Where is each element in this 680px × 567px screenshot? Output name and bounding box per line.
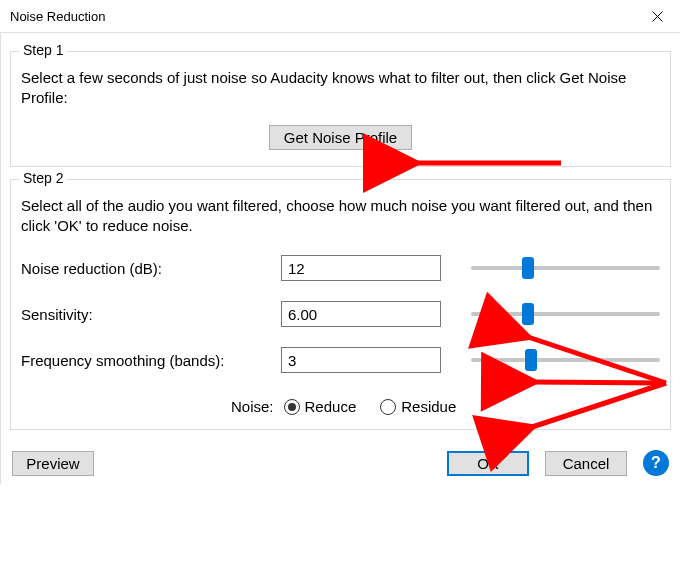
radio-dot-icon bbox=[288, 403, 296, 411]
slider-thumb[interactable] bbox=[522, 257, 534, 279]
get-noise-profile-button[interactable]: Get Noise Profile bbox=[269, 125, 412, 150]
slider-track bbox=[471, 266, 660, 270]
sensitivity-row: Sensitivity: bbox=[21, 300, 660, 328]
sensitivity-label: Sensitivity: bbox=[21, 306, 281, 323]
radio-icon bbox=[380, 399, 396, 415]
step1-legend: Step 1 bbox=[19, 42, 67, 58]
noise-reduction-label: Noise reduction (dB): bbox=[21, 260, 281, 277]
cancel-button[interactable]: Cancel bbox=[545, 451, 627, 476]
step1-group: Step 1 Select a few seconds of just nois… bbox=[10, 51, 671, 167]
freq-smoothing-row: Frequency smoothing (bands): bbox=[21, 346, 660, 374]
radio-residue[interactable]: Residue bbox=[380, 398, 456, 415]
titlebar: Noise Reduction bbox=[0, 0, 680, 32]
step2-instruction: Select all of the audio you want filtere… bbox=[21, 196, 660, 237]
step2-group: Step 2 Select all of the audio you want … bbox=[10, 179, 671, 431]
help-icon: ? bbox=[651, 454, 661, 472]
step2-legend: Step 2 bbox=[19, 170, 67, 186]
noise-mode-row: Noise: Reduce Residue bbox=[21, 398, 660, 415]
slider-thumb[interactable] bbox=[525, 349, 537, 371]
close-button[interactable] bbox=[634, 0, 680, 32]
dialog-footer: Preview OK Cancel ? bbox=[10, 450, 671, 476]
dialog-content: Step 1 Select a few seconds of just nois… bbox=[0, 32, 680, 484]
noise-reduction-row: Noise reduction (dB): bbox=[21, 254, 660, 282]
sensitivity-slider[interactable] bbox=[471, 304, 660, 324]
preview-button[interactable]: Preview bbox=[12, 451, 94, 476]
window-title: Noise Reduction bbox=[10, 9, 105, 24]
freq-smoothing-slider[interactable] bbox=[471, 350, 660, 370]
noise-reduction-slider[interactable] bbox=[471, 258, 660, 278]
radio-reduce[interactable]: Reduce bbox=[284, 398, 357, 415]
close-icon bbox=[652, 11, 663, 22]
step1-instruction: Select a few seconds of just noise so Au… bbox=[21, 68, 660, 109]
freq-smoothing-label: Frequency smoothing (bands): bbox=[21, 352, 281, 369]
help-button[interactable]: ? bbox=[643, 450, 669, 476]
freq-smoothing-input[interactable] bbox=[281, 347, 441, 373]
radio-reduce-label: Reduce bbox=[305, 398, 357, 415]
slider-track bbox=[471, 312, 660, 316]
slider-thumb[interactable] bbox=[522, 303, 534, 325]
sensitivity-input[interactable] bbox=[281, 301, 441, 327]
noise-reduction-input[interactable] bbox=[281, 255, 441, 281]
radio-residue-label: Residue bbox=[401, 398, 456, 415]
noise-mode-label: Noise: bbox=[231, 398, 274, 415]
ok-button[interactable]: OK bbox=[447, 451, 529, 476]
slider-track bbox=[471, 358, 660, 362]
radio-icon bbox=[284, 399, 300, 415]
